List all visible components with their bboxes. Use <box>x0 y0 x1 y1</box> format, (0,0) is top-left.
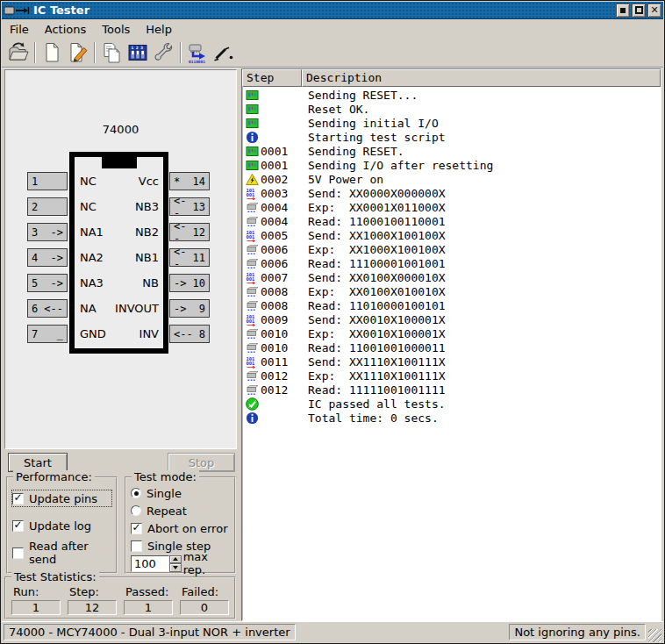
log-row[interactable]: IC passed all tests. <box>244 397 659 411</box>
log-row[interactable]: 0010Exp: XX0010X100001X <box>244 326 659 340</box>
board-icon <box>246 103 259 116</box>
pin-number: 10 <box>193 277 205 290</box>
resize-grip-icon[interactable] <box>648 629 661 642</box>
send-icon: 101001 <box>246 313 259 326</box>
svg-text:0110001: 0110001 <box>189 60 205 64</box>
new-script-button[interactable] <box>39 40 65 65</box>
log-row[interactable]: Sending RESET... <box>244 88 659 102</box>
log-row[interactable]: 1010010009Send: XX0010X100001X <box>244 312 659 326</box>
close-button[interactable]: ✕ <box>647 4 661 18</box>
wrench-icon <box>153 41 175 64</box>
run-value: 1 <box>11 600 61 615</box>
pin-row: 7_GNDINV<--8 <box>27 325 210 343</box>
log-row[interactable]: Starting test script <box>244 130 659 144</box>
pin-box-left-6[interactable]: 6<-- <box>27 299 68 318</box>
pin-box-left-5[interactable]: 5-> <box>27 274 68 292</box>
repeat-radio[interactable]: Repeat <box>131 503 231 519</box>
pin-box-left-4[interactable]: 4-> <box>27 248 68 267</box>
log-row[interactable]: 0004Read: 11000100110001 <box>244 214 659 228</box>
log-description: Starting test script <box>304 131 446 144</box>
log-row[interactable]: 0012Read: 11111001001111 <box>244 383 659 397</box>
log-description: Exp: XX1110X100111X <box>304 369 446 383</box>
test-ic-icon: 0110001 <box>186 41 209 64</box>
log-row[interactable]: 0004Exp: XX0001X011000X <box>244 200 659 214</box>
log-row[interactable]: Reset OK. <box>244 102 659 116</box>
pin-box-right-12[interactable]: <--12 <box>169 223 210 241</box>
log-row[interactable]: 0008Read: 11010000100101 <box>244 298 659 312</box>
menu-actions[interactable]: Actions <box>37 21 95 38</box>
max-rep-spinner[interactable] <box>169 555 182 572</box>
read-after-send-checkbox[interactable]: Read after send <box>12 545 111 561</box>
start-button[interactable]: Start <box>8 453 68 472</box>
toolbar-separator <box>180 42 182 63</box>
log-row[interactable]: 0001Sending RESET. <box>244 144 659 158</box>
pin-box-right-10[interactable]: ->10 <box>169 274 210 292</box>
log-column-description[interactable]: Description <box>302 69 661 87</box>
chip-icon <box>246 369 259 383</box>
test-mode-legend: Test mode: <box>132 470 199 483</box>
menu-file[interactable]: File <box>2 21 37 38</box>
maximize-button[interactable] <box>632 4 646 18</box>
probe-pins-button[interactable] <box>211 40 237 65</box>
menu-help[interactable]: Help <box>138 21 180 38</box>
pin-direction: -> <box>51 226 63 239</box>
pin-box-right-14[interactable]: *14 <box>169 172 210 190</box>
titlebar[interactable]: IC Tester ✕ <box>2 2 663 19</box>
log-description: Send: XX0010X100001X <box>304 313 446 326</box>
minimize-button[interactable] <box>616 4 630 18</box>
pin-box-right-8[interactable]: <--8 <box>169 325 210 343</box>
log-row[interactable]: 0012Exp: XX1110X100111X <box>244 369 659 383</box>
test-mode-group: Test mode: Single Repeat Abort on error … <box>125 476 236 574</box>
copy-log-button[interactable] <box>98 40 125 65</box>
log-step: 0001 <box>261 159 304 172</box>
spin-down-button[interactable] <box>169 563 182 572</box>
log-description: Send: XX1110X100111X <box>304 355 446 369</box>
log-row[interactable]: 0010Read: 11001001000011 <box>244 340 659 354</box>
log-step: 0008 <box>261 299 304 312</box>
update-pins-checkbox[interactable]: Update pins <box>12 490 111 506</box>
pin-box-left-2[interactable]: 2 <box>27 197 68 216</box>
pin-box-left-3[interactable]: 3-> <box>27 223 68 241</box>
log-panel: Step Description Sending RESET...Reset O… <box>241 68 661 621</box>
max-rep-input[interactable]: 100 <box>131 555 169 572</box>
edit-script-button[interactable] <box>65 40 91 65</box>
pin-box-left-1[interactable]: 1 <box>27 172 68 190</box>
log-row[interactable]: 0006Read: 11100001001001 <box>244 256 659 270</box>
log-row[interactable]: Total time: 0 secs. <box>244 411 659 425</box>
pin-box-left-7[interactable]: 7_ <box>27 325 68 343</box>
update-log-checkbox[interactable]: Update log <box>12 518 111 533</box>
menubar: File Actions Tools Help <box>2 20 663 39</box>
pin-box-right-13[interactable]: <--13 <box>169 197 210 216</box>
menu-tools[interactable]: Tools <box>94 21 138 38</box>
single-radio[interactable]: Single <box>131 485 231 501</box>
pin-box-right-11[interactable]: <--11 <box>169 248 210 267</box>
log-row[interactable]: 0001Sending I/O after resetting <box>244 158 659 172</box>
log-row[interactable]: 1010010011Send: XX1110X100111X <box>244 354 659 369</box>
pin-number: 11 <box>193 252 205 264</box>
test-ic-button[interactable]: 0110001 <box>184 40 211 65</box>
abort-on-error-checkbox[interactable]: Abort on error <box>131 520 231 536</box>
log-step: 0008 <box>261 285 304 298</box>
log-row[interactable]: 1010010005Send: XX1000X100100X <box>244 228 659 242</box>
log-row[interactable]: 1010010007Send: XX0100X000010X <box>244 270 659 284</box>
log-row[interactable]: 0006Exp: XX1000X100100X <box>244 242 659 256</box>
spin-up-button[interactable] <box>169 555 182 564</box>
log-row[interactable]: 00025V Power on <box>244 172 659 186</box>
pin-direction: -> <box>51 277 63 290</box>
log-row[interactable]: 0008Exp: XX0100X010010X <box>244 284 659 298</box>
probe-icon <box>212 41 235 64</box>
open-button[interactable] <box>5 40 32 65</box>
performance-group: Performance: Update pins Update log Read… <box>6 476 118 574</box>
pin-number: 6 <box>32 303 38 315</box>
pin-box-right-9[interactable]: ->9 <box>169 299 210 318</box>
dip-switch-setup-button[interactable]: 1 2 3 <box>125 40 151 65</box>
passed-label: Passed: <box>124 585 173 598</box>
log-row[interactable]: 1010010003Send: XX0000X000000X <box>244 186 659 200</box>
log-row[interactable]: Sending initial I/O <box>244 116 659 130</box>
log-column-step[interactable]: Step <box>242 69 302 87</box>
pin-direction: <-- <box>174 195 193 219</box>
edit-file-icon <box>67 41 89 64</box>
log-step: 0010 <box>261 327 304 340</box>
settings-wrench-button[interactable] <box>151 40 177 65</box>
ic-tester-window: IC Tester ✕ File Actions Tools Help 1 2 … <box>0 0 665 644</box>
